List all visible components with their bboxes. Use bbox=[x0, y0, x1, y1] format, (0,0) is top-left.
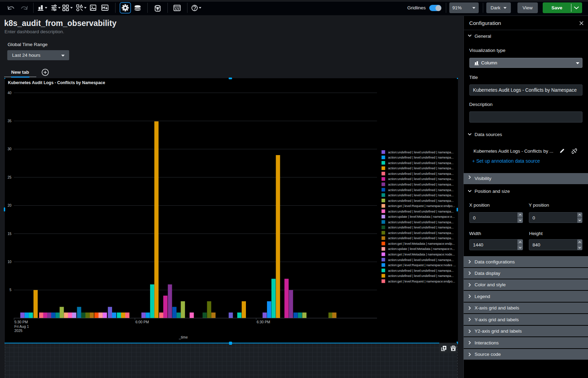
svg-text:action:update | level:Metadata: action:update | level:Metadata | namespa… bbox=[388, 247, 455, 251]
svg-text:6:30 PM: 6:30 PM bbox=[257, 320, 270, 324]
svg-text:Kubernetes Audit Logs - Confli: Kubernetes Audit Logs - Conflicts by Nam… bbox=[8, 80, 105, 85]
svg-text:30: 30 bbox=[8, 147, 12, 151]
svg-text:action:undefined | level:undef: action:undefined | level:undefined | nam… bbox=[388, 151, 454, 154]
svg-text:action:undefined | level:undef: action:undefined | level:undefined | nam… bbox=[388, 274, 454, 278]
svg-text:action:undefined | level:undef: action:undefined | level:undefined | nam… bbox=[388, 236, 454, 240]
svg-text:20: 20 bbox=[8, 204, 12, 207]
svg-text:Fri Aug 1: Fri Aug 1 bbox=[15, 324, 29, 328]
svg-text:action:update | level:Metadata: action:update | level:Metadata | namespa… bbox=[388, 215, 455, 218]
svg-text:action:undefined | level:undef: action:undefined | level:undefined | nam… bbox=[388, 269, 454, 272]
svg-text:action:undefined | level:undef: action:undefined | level:undefined | nam… bbox=[388, 172, 454, 176]
svg-text:action:get | level:Request | n: action:get | level:Request | namespace:e… bbox=[388, 280, 455, 283]
svg-text:2025: 2025 bbox=[15, 328, 23, 333]
svg-text:action:undefined | level:undef: action:undefined | level:undefined | nam… bbox=[388, 199, 454, 202]
svg-text:action:undefined | level:undef: action:undefined | level:undefined | nam… bbox=[388, 210, 454, 213]
svg-text:5:30 PM: 5:30 PM bbox=[15, 320, 28, 324]
svg-text:25: 25 bbox=[8, 176, 12, 179]
svg-text:_time: _time bbox=[178, 335, 188, 339]
svg-text:40: 40 bbox=[8, 91, 12, 95]
svg-text:action:get | level:Request | n: action:get | level:Request | namespace:e… bbox=[388, 204, 455, 208]
svg-text:action:undefined | level:undef: action:undefined | level:undefined | nam… bbox=[388, 220, 454, 224]
svg-text:action:undefined | level:undef: action:undefined | level:undefined | nam… bbox=[388, 194, 454, 197]
svg-text:5: 5 bbox=[9, 288, 11, 292]
svg-text:action:undefined | level:undef: action:undefined | level:undefined | nam… bbox=[388, 156, 454, 159]
svg-text:action:undefined | level:undef: action:undefined | level:undefined | nam… bbox=[388, 188, 454, 192]
svg-text:35: 35 bbox=[8, 119, 12, 123]
svg-text:action:get | level:Request | n: action:get | level:Request | namespace:n… bbox=[388, 263, 456, 267]
svg-text:action:undefined | level:undef: action:undefined | level:undefined | nam… bbox=[388, 258, 454, 262]
svg-text:action:undefined | level:undef: action:undefined | level:undefined | nam… bbox=[388, 177, 454, 181]
svg-text:action:get | level:Metadata |: action:get | level:Metadata | namespace:… bbox=[388, 253, 455, 256]
svg-text:action:undefined | level:undef: action:undefined | level:undefined | nam… bbox=[388, 166, 454, 170]
svg-text:10: 10 bbox=[8, 260, 12, 264]
svg-text:6:00 PM: 6:00 PM bbox=[136, 320, 149, 324]
svg-text:15: 15 bbox=[8, 232, 12, 236]
svg-text:action:undefined | level:undef: action:undefined | level:undefined | nam… bbox=[388, 161, 454, 165]
svg-text:action:undefined | level:undef: action:undefined | level:undefined | nam… bbox=[388, 183, 454, 186]
svg-text:action:undefined | level:undef: action:undefined | level:undefined | nam… bbox=[388, 226, 454, 229]
svg-text:action:get | level:Metadata |: action:get | level:Metadata | namespace:… bbox=[388, 242, 455, 245]
svg-text:action:undefined | level:undef: action:undefined | level:undefined | nam… bbox=[388, 231, 454, 235]
